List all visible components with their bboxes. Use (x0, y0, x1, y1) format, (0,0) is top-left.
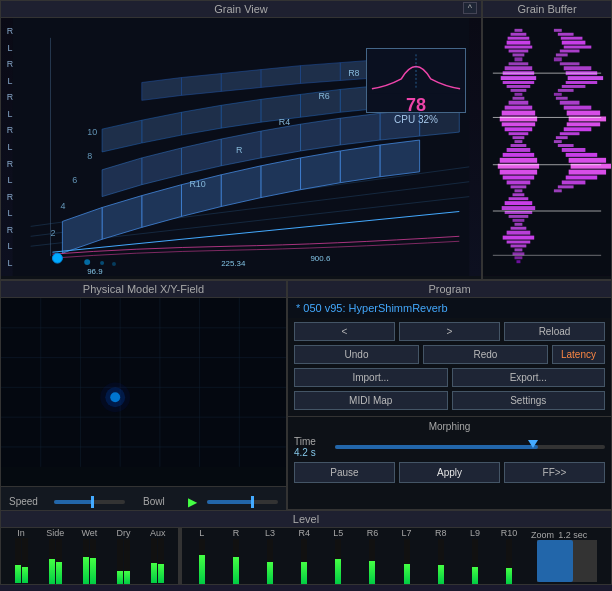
bowl-play-button[interactable]: ▶ (188, 495, 197, 509)
svg-rect-124 (560, 62, 580, 65)
zoom-slider[interactable] (537, 540, 597, 582)
program-map-row: MIDI Map Settings (294, 391, 605, 410)
channel-l9-meters (472, 538, 478, 584)
svg-rect-140 (556, 136, 568, 139)
channel-wet: Wet (73, 528, 105, 584)
svg-rect-112 (515, 248, 523, 251)
svg-text:96.9: 96.9 (87, 267, 103, 276)
svg-rect-119 (562, 41, 586, 45)
svg-rect-122 (556, 53, 568, 56)
program-name-text: * 050 v95: HyperShimmReverb (296, 302, 448, 314)
svg-rect-123 (554, 57, 562, 61)
channel-in: In +0 (5, 528, 37, 584)
svg-rect-102 (502, 206, 535, 210)
grain-view-title: Grain View ^ (1, 1, 481, 18)
grain-view-label: Grain View (214, 3, 268, 15)
meter-bar (267, 539, 273, 584)
collapse-button[interactable]: ^ (463, 2, 477, 14)
program-reload-button[interactable]: Reload (504, 322, 605, 341)
grain-buffer-panel: Grain Buffer waveform data (482, 0, 612, 280)
svg-rect-67 (505, 46, 533, 49)
meter-bar (49, 539, 55, 584)
svg-rect-63 (515, 29, 523, 32)
level-section: Level In +0 Side (0, 510, 612, 585)
svg-rect-88 (515, 140, 523, 143)
morphing-pause-button[interactable]: Pause (294, 462, 395, 483)
cpu-number-value: 78 (367, 96, 465, 114)
svg-rect-134 (564, 106, 592, 110)
grain-buffer-waveform: waveform data (483, 18, 611, 276)
svg-rect-125 (564, 66, 592, 70)
meter-bar (90, 539, 96, 584)
channel-wet-meters (83, 538, 96, 584)
svg-text:R10: R10 (189, 179, 205, 189)
svg-marker-31 (340, 145, 380, 183)
svg-text:R6: R6 (318, 91, 329, 101)
svg-rect-70 (515, 57, 523, 61)
svg-rect-65 (508, 37, 530, 40)
program-settings-button[interactable]: Settings (452, 391, 606, 410)
meter-bar (158, 538, 164, 583)
meter-bar (56, 539, 62, 584)
program-prev-button[interactable]: < (294, 322, 395, 341)
svg-point-171 (100, 382, 130, 412)
svg-rect-135 (567, 111, 600, 116)
svg-rect-137 (567, 122, 600, 126)
svg-rect-132 (556, 97, 568, 100)
svg-rect-86 (509, 132, 529, 135)
svg-marker-8 (261, 66, 301, 88)
svg-rect-79 (513, 97, 525, 100)
program-midi-map-button[interactable]: MIDI Map (294, 391, 448, 410)
svg-rect-129 (562, 85, 586, 88)
program-next-button[interactable]: > (399, 322, 500, 341)
program-undo-button[interactable]: Undo (294, 345, 419, 364)
physical-model-content[interactable] (1, 298, 286, 486)
time-label: Time 4.2 s (294, 436, 329, 458)
level-title-label: Level (293, 513, 319, 525)
svg-rect-97 (511, 185, 527, 188)
svg-rect-68 (509, 50, 529, 53)
channel-r8-meters (438, 538, 444, 584)
meter-bar (22, 538, 28, 583)
svg-rect-117 (558, 33, 574, 36)
speed-slider[interactable] (54, 500, 125, 504)
svg-rect-72 (505, 66, 533, 70)
channel-l3-meters (267, 538, 273, 584)
time-slider[interactable] (335, 445, 605, 449)
svg-rect-144 (566, 153, 598, 157)
channel-in-meters (15, 538, 28, 583)
program-latency-button[interactable]: Latency (552, 345, 605, 364)
meter-bar (199, 539, 205, 584)
svg-point-52 (100, 261, 104, 265)
svg-point-53 (112, 262, 116, 266)
program-export-button[interactable]: Export... (452, 368, 606, 387)
level-channels: In +0 Side (1, 528, 611, 584)
program-controls: < > Reload Undo Redo Latency Import... E… (288, 318, 611, 414)
svg-rect-115 (516, 260, 520, 263)
svg-rect-101 (505, 201, 533, 205)
svg-rect-75 (503, 81, 535, 84)
svg-rect-96 (507, 180, 531, 184)
svg-rect-114 (515, 256, 523, 259)
svg-rect-150 (558, 185, 574, 188)
program-redo-button[interactable]: Redo (423, 345, 548, 364)
svg-rect-143 (562, 148, 586, 152)
speed-label: Speed (9, 496, 44, 507)
channel-separator (178, 528, 182, 584)
meter-bar (151, 538, 157, 583)
channel-aux-meters (151, 538, 164, 583)
xy-grid (1, 298, 286, 467)
program-import-button[interactable]: Import... (294, 368, 448, 387)
program-title-label: Program (428, 283, 470, 295)
program-name: * 050 v95: HyperShimmReverb (288, 298, 611, 318)
bowl-slider[interactable] (207, 500, 278, 504)
physical-model-title: Physical Model X/Y-Field (1, 281, 286, 298)
svg-rect-116 (554, 29, 562, 32)
svg-rect-69 (513, 53, 525, 56)
morphing-ff-button[interactable]: FF>> (504, 462, 605, 483)
svg-rect-60 (483, 19, 611, 275)
morphing-apply-button[interactable]: Apply (399, 462, 500, 483)
cpu-meter: 78 CPU 32% (366, 48, 466, 113)
svg-rect-147 (569, 170, 606, 175)
channel-r6: R6 (356, 528, 388, 584)
